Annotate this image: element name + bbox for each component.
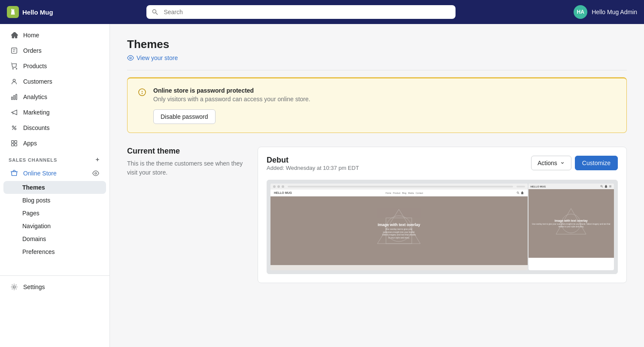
- header-divider: [127, 70, 627, 70]
- blog-posts-label: Blog posts: [22, 197, 50, 204]
- mobile-search-icon: [600, 185, 603, 188]
- bag-nav-icon: [521, 191, 524, 194]
- online-store-label: Online Store: [23, 170, 57, 177]
- sidebar-sub-item-preferences[interactable]: Preferences: [3, 245, 106, 258]
- current-theme-heading: Current theme: [127, 147, 247, 156]
- analytics-icon: [10, 93, 18, 101]
- sidebar-item-home[interactable]: Home: [3, 27, 106, 43]
- preview-footer: [270, 265, 528, 270]
- home-icon: [10, 31, 18, 39]
- alert-content: Online store is password protected Only …: [153, 87, 616, 124]
- sidebar-sub-item-blog-posts[interactable]: Blog posts: [3, 194, 106, 207]
- sidebar-item-orders[interactable]: Orders: [3, 43, 106, 58]
- svg-rect-13: [12, 144, 14, 146]
- sidebar-item-online-store[interactable]: Online Store: [3, 166, 106, 181]
- svg-point-4: [13, 79, 15, 81]
- shopify-logo-icon: [7, 6, 19, 18]
- svg-rect-7: [16, 94, 17, 100]
- svg-point-9: [15, 128, 16, 130]
- user-menu[interactable]: HA Hello Mug Admin: [574, 5, 637, 19]
- preferences-label: Preferences: [22, 248, 55, 255]
- actions-label: Actions: [538, 160, 557, 166]
- theme-card-header: Debut Added: Wednesday at 10:37 pm EDT A…: [267, 156, 618, 178]
- brand-name: Hello Mug: [22, 9, 53, 16]
- page-header: Themes View your store: [127, 38, 627, 61]
- sidebar-item-apps[interactable]: Apps: [3, 136, 106, 151]
- svg-point-8: [12, 126, 14, 128]
- brand[interactable]: Hello Mug: [7, 6, 84, 18]
- sidebar-sub-item-themes[interactable]: Themes: [3, 181, 106, 194]
- svg-point-25: [562, 214, 580, 233]
- online-store-icon: [10, 169, 18, 177]
- theme-description: Current theme This is the theme customer…: [127, 147, 247, 177]
- sidebar-item-settings[interactable]: Settings: [3, 279, 106, 295]
- orders-icon: [10, 47, 18, 54]
- marketing-icon: [10, 109, 18, 116]
- disable-password-button[interactable]: Disable password: [153, 109, 216, 124]
- actions-button[interactable]: Actions: [531, 156, 571, 170]
- sidebar-sub-item-domains[interactable]: Domains: [3, 232, 106, 245]
- sales-channels-label: SALES CHANNELS: [9, 157, 57, 163]
- add-sales-channel-icon[interactable]: [94, 156, 101, 164]
- alert-banner: Online store is password protected Only …: [127, 77, 627, 133]
- mobile-hero: Image with text overlay Use overlay text…: [529, 189, 614, 258]
- mobile-menu-icon: [609, 185, 612, 188]
- alert-icon: [138, 88, 146, 98]
- sidebar-item-customers[interactable]: Customers: [3, 74, 106, 89]
- svg-marker-24: [556, 208, 586, 234]
- main-content: Themes View your store Online store is p…: [110, 24, 644, 347]
- mobile-bag-icon: [605, 185, 608, 188]
- app-body: Home Orders Products Customers Anal: [0, 24, 644, 347]
- sidebar-label-customers: Customers: [23, 78, 52, 85]
- nav-icons: [516, 191, 524, 194]
- svg-rect-14: [15, 144, 17, 146]
- theme-added: Added: Wednesday at 10:37 pm EDT: [267, 165, 359, 171]
- sidebar-sub-item-navigation[interactable]: Navigation: [3, 220, 106, 232]
- svg-point-17: [130, 57, 131, 59]
- sidebar-item-products[interactable]: Products: [3, 58, 106, 74]
- page-title: Themes: [127, 38, 627, 51]
- domains-label: Domains: [22, 235, 46, 242]
- sidebar-item-marketing[interactable]: Marketing: [3, 105, 106, 120]
- svg-point-15: [95, 172, 97, 174]
- preview-browser-bar: [270, 184, 528, 190]
- sales-channels-section: SALES CHANNELS: [0, 151, 109, 166]
- sidebar-item-analytics[interactable]: Analytics: [3, 89, 106, 105]
- nav-link-media: Media: [408, 192, 414, 194]
- current-theme-desc: This is the theme customers see when the…: [127, 159, 247, 177]
- customize-button[interactable]: Customize: [575, 156, 618, 170]
- apps-icon: [10, 139, 18, 147]
- nav-link-contact: Contact: [416, 192, 423, 194]
- current-theme-section: Current theme This is the theme customer…: [127, 147, 627, 283]
- svg-rect-0: [12, 12, 14, 14]
- search-container: [146, 5, 456, 19]
- svg-line-10: [12, 126, 16, 130]
- sidebar-label-marketing: Marketing: [23, 109, 49, 116]
- mobile-preview-bar: HELLO MUG: [529, 184, 614, 189]
- theme-preview: HELLO MUG Home Product Blog Media Contac…: [267, 180, 618, 274]
- preview-mobile: HELLO MUG Image: [529, 184, 614, 270]
- customers-icon: [10, 78, 18, 85]
- theme-actions: Actions Customize: [531, 156, 618, 170]
- sidebar-label-discounts: Discounts: [23, 124, 49, 131]
- svg-rect-5: [12, 97, 13, 100]
- nav-link-blog: Blog: [402, 192, 407, 194]
- themes-label: Themes: [22, 184, 45, 191]
- sidebar-item-discounts[interactable]: Discounts: [3, 120, 106, 136]
- search-input[interactable]: [146, 5, 456, 19]
- sidebar-label-orders: Orders: [23, 47, 42, 54]
- navigation-label: Navigation: [22, 223, 51, 229]
- view-store-link[interactable]: View your store: [127, 54, 627, 61]
- settings-label: Settings: [23, 284, 45, 290]
- theme-card: Debut Added: Wednesday at 10:37 pm EDT A…: [258, 147, 627, 283]
- mobile-icons: [600, 185, 612, 188]
- pages-label: Pages: [22, 210, 39, 217]
- search-nav-icon: [516, 191, 519, 194]
- preview-dot-1: [273, 185, 276, 188]
- products-icon: [10, 62, 18, 70]
- preview-nav-links: Home Product Blog Media Contact: [386, 192, 423, 194]
- alert-title: Online store is password protected: [153, 87, 616, 94]
- sidebar-sub-item-pages[interactable]: Pages: [3, 207, 106, 220]
- settings-icon: [10, 283, 18, 291]
- search-icon: [152, 9, 158, 15]
